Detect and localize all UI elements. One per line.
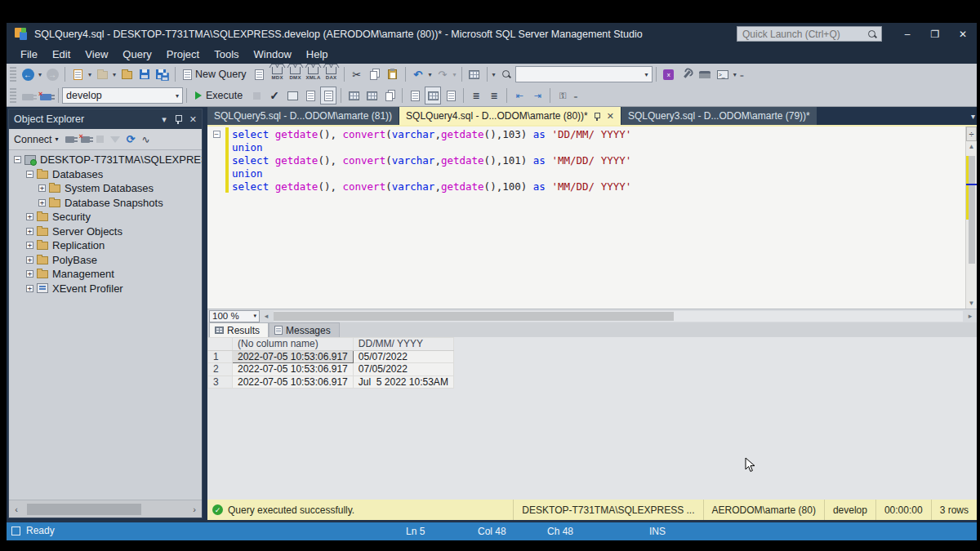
scroll-right-icon[interactable]: › xyxy=(187,504,202,514)
menu-item-edit[interactable]: Edit xyxy=(45,47,78,62)
cancel-query-button[interactable] xyxy=(248,87,265,104)
connect-object-icon[interactable] xyxy=(65,136,74,143)
restore-button[interactable]: ❐ xyxy=(921,23,949,45)
tree-item-polybase[interactable]: +PolyBase xyxy=(9,253,202,268)
code-line-1[interactable]: −select getdate(), convert(varchar,getda… xyxy=(207,127,965,140)
tab-close-icon[interactable]: ✕ xyxy=(607,111,614,122)
save-button[interactable] xyxy=(136,65,153,83)
include-actual-plan-button[interactable] xyxy=(345,87,362,104)
tab-pin-icon[interactable] xyxy=(595,112,600,121)
tree-item-system-databases[interactable]: +System Databases xyxy=(9,181,202,196)
find-combobox[interactable]: ▾ xyxy=(515,66,653,82)
tab-results[interactable]: Results xyxy=(209,322,269,337)
document-tab-2[interactable]: SQLQuery4.sql - D...ODOM\amarte (80))*✕ xyxy=(399,107,621,125)
increase-indent-button[interactable]: ⇥ xyxy=(529,87,546,104)
undo-dropdown-icon[interactable]: ▾ xyxy=(429,71,432,78)
new-query-button[interactable]: New Query xyxy=(180,65,250,83)
change-connection-button[interactable]: × xyxy=(38,87,54,104)
toolbar-grip-2[interactable] xyxy=(10,88,16,103)
query-options-button[interactable] xyxy=(302,87,318,104)
grid-cell[interactable]: Jul 5 2022 10:53AM xyxy=(353,375,453,389)
pin-icon[interactable] xyxy=(175,114,181,124)
grid-column-header[interactable]: DD/MM/ YYYY xyxy=(353,338,453,351)
dmx-query-button[interactable]: DMX xyxy=(287,69,305,80)
new-file-dropdown-icon[interactable]: ▾ xyxy=(88,71,91,78)
copy-button[interactable] xyxy=(367,65,383,83)
expand-icon[interactable]: + xyxy=(26,270,33,278)
redo-button[interactable]: ↷ xyxy=(434,65,451,83)
database-combobox[interactable]: develop ▾ xyxy=(62,87,183,104)
navigate-back-button[interactable]: ← xyxy=(20,65,36,83)
grid-row-number[interactable]: 2 xyxy=(208,363,233,376)
save-all-button[interactable] xyxy=(154,65,171,83)
menu-item-project[interactable]: Project xyxy=(159,47,207,62)
tree-item-databases[interactable]: −Databases xyxy=(9,167,202,182)
navigate-forward-button[interactable]: → xyxy=(44,65,60,83)
grid-row-number[interactable]: 3 xyxy=(208,375,233,389)
hscroll-right-icon[interactable]: ▸ xyxy=(964,312,977,320)
code-line-5[interactable]: select getdate(), convert(varchar,getdat… xyxy=(207,180,965,193)
redo-dropdown-icon[interactable]: ▾ xyxy=(453,71,457,78)
filter-icon[interactable] xyxy=(110,136,120,143)
scroll-thumb[interactable] xyxy=(27,504,141,515)
grid-cell[interactable]: 05/07/2022 xyxy=(353,350,453,363)
code-line-2[interactable]: union xyxy=(207,140,965,153)
expand-icon[interactable]: + xyxy=(38,184,46,192)
expand-icon[interactable]: + xyxy=(26,242,33,249)
splitter-handle-icon[interactable]: ÷ xyxy=(966,127,977,141)
database-combobox-caret-icon[interactable]: ▾ xyxy=(171,92,179,100)
estimated-plan-button[interactable] xyxy=(284,87,301,104)
database-engine-query-button[interactable] xyxy=(252,65,268,83)
panel-dropdown-icon[interactable]: ▾ xyxy=(162,114,167,125)
parse-button[interactable]: ✓ xyxy=(266,87,283,104)
uncomment-button[interactable]: ≣ xyxy=(486,87,502,104)
open-file-dropdown-icon[interactable]: ▾ xyxy=(113,71,116,78)
cut-button[interactable]: ✂ xyxy=(349,65,365,83)
editor-hscrollbar[interactable] xyxy=(274,311,963,322)
code-line-3[interactable]: select getdate(), convert(varchar,getdat… xyxy=(207,153,965,167)
execute-button[interactable]: Execute xyxy=(191,87,247,104)
collapse-region-icon[interactable]: − xyxy=(213,131,220,138)
paste-button[interactable] xyxy=(385,65,401,83)
grid-column-header[interactable]: (No column name) xyxy=(233,338,354,351)
toolbar-grip[interactable] xyxy=(10,67,16,82)
live-query-stats-button[interactable] xyxy=(363,87,380,104)
refresh-icon[interactable]: ⟳ xyxy=(127,133,136,145)
tree-item-desktop-t731tma-sqlexpress-sql-se[interactable]: −DESKTOP-T731TMA\SQLEXPRESS (SQL Se xyxy=(9,153,202,167)
command-window-button[interactable]: >_ xyxy=(715,65,731,83)
menu-item-tools[interactable]: Tools xyxy=(207,47,246,62)
sql-editor[interactable]: −select getdate(), convert(varchar,getda… xyxy=(207,127,965,309)
object-explorer-titlebar[interactable]: Object Explorer ▾ ✕ xyxy=(9,109,202,129)
results-grid[interactable]: (No column name)DD/MM/ YYYY 12022-07-05 … xyxy=(207,337,454,389)
expand-icon[interactable]: + xyxy=(26,285,33,292)
activity-monitor-button[interactable] xyxy=(466,65,483,83)
stop-small-icon[interactable] xyxy=(96,136,104,143)
new-file-button[interactable] xyxy=(69,65,86,83)
menu-item-help[interactable]: Help xyxy=(299,47,336,62)
comment-button[interactable]: ≣ xyxy=(468,87,484,104)
back-dropdown-icon[interactable]: ▾ xyxy=(38,71,42,78)
find-combobox-caret-icon[interactable]: ▾ xyxy=(640,71,648,78)
tree-item-security[interactable]: +Security xyxy=(9,210,202,224)
client-stats-button[interactable] xyxy=(381,87,398,104)
extension-button[interactable]: x xyxy=(661,65,677,83)
close-button[interactable]: ✕ xyxy=(949,23,977,45)
menu-item-view[interactable]: View xyxy=(78,47,115,62)
intellisense-button[interactable] xyxy=(320,87,336,104)
browse-button[interactable] xyxy=(498,65,514,83)
scroll-left-icon[interactable]: ‹ xyxy=(9,504,24,514)
editor-vscrollbar[interactable]: ÷ ▲ ▼ xyxy=(965,127,977,309)
tree-item-database-snapshots[interactable]: +Database Snapshots xyxy=(9,196,202,211)
dax-query-button[interactable]: DAX xyxy=(323,69,341,80)
undo-button[interactable]: ↶ xyxy=(410,65,426,83)
collapse-icon[interactable]: − xyxy=(26,171,33,178)
tree-item-server-objects[interactable]: +Server Objects xyxy=(9,224,202,239)
zoom-combobox[interactable]: 100 % ▾ xyxy=(209,310,260,322)
results-to-grid-button[interactable] xyxy=(425,87,441,104)
connect-query-button[interactable] xyxy=(20,87,36,104)
expand-icon[interactable]: + xyxy=(38,199,46,207)
toolbar-overflow-icon[interactable]: ₌ xyxy=(740,70,744,79)
grid-cell[interactable]: 07/05/2022 xyxy=(353,363,453,376)
document-tab-1[interactable]: SQLQuery5.sql - D...ODOM\amarte (81)) xyxy=(207,107,399,125)
activity-monitor-small-icon[interactable]: ∿ xyxy=(141,134,149,145)
